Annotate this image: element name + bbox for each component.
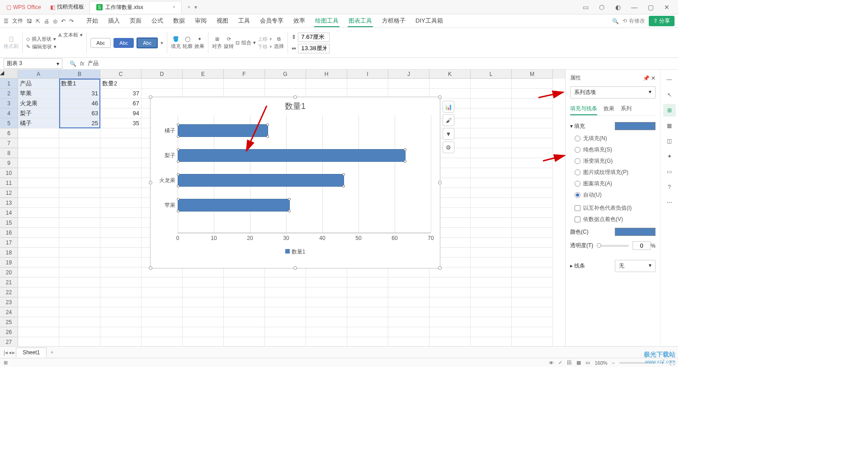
cell-M14[interactable] bbox=[512, 208, 553, 218]
menu-item-0[interactable]: 开始 bbox=[85, 15, 99, 27]
cell-B8[interactable] bbox=[59, 148, 100, 158]
new-tab-button[interactable]: ＋ bbox=[186, 3, 192, 11]
cell-M15[interactable] bbox=[512, 218, 553, 228]
formula-content[interactable]: 产品 bbox=[88, 60, 99, 67]
cell-A17[interactable] bbox=[18, 238, 59, 248]
cell-E27[interactable] bbox=[183, 337, 224, 347]
cell-M26[interactable] bbox=[512, 327, 553, 337]
cell-A18[interactable] bbox=[18, 248, 59, 258]
cell-A14[interactable] bbox=[18, 208, 59, 218]
group-button[interactable]: ⊡组合 ▾ bbox=[236, 39, 256, 46]
cell-A7[interactable] bbox=[18, 138, 59, 148]
cell-A1[interactable]: 产品 bbox=[18, 79, 59, 89]
cell-A16[interactable] bbox=[18, 228, 59, 238]
cell-J20[interactable] bbox=[388, 268, 429, 277]
chart-object[interactable]: 数量1 010203040506070 橘子梨子火龙果苹果 数量1 📊 🖌 ▼ … bbox=[150, 97, 440, 268]
menu-item-4[interactable]: 数据 bbox=[172, 15, 186, 27]
maximize-button[interactable]: ▢ bbox=[645, 1, 656, 13]
bar-1[interactable] bbox=[178, 149, 406, 162]
cell-C4[interactable]: 94 bbox=[100, 108, 142, 118]
panel-tab-2[interactable]: 系列 bbox=[621, 103, 632, 115]
cell-M11[interactable] bbox=[512, 178, 553, 188]
cell-E22[interactable] bbox=[183, 287, 224, 297]
fx-label[interactable]: fx bbox=[80, 61, 84, 67]
row-header-3[interactable]: 3 bbox=[0, 99, 18, 108]
menu-item-10[interactable]: 绘图工具 bbox=[314, 15, 340, 27]
cell-H20[interactable] bbox=[306, 268, 347, 277]
cell-D23[interactable] bbox=[142, 297, 183, 307]
row-header-11[interactable]: 11 bbox=[0, 178, 18, 188]
cell-H21[interactable] bbox=[306, 277, 347, 287]
cell-B11[interactable] bbox=[59, 178, 100, 188]
bar-3[interactable] bbox=[178, 199, 290, 212]
cell-B3[interactable]: 46 bbox=[59, 99, 100, 108]
cell-L26[interactable] bbox=[471, 327, 512, 337]
cell-H24[interactable] bbox=[306, 307, 347, 317]
cell-B12[interactable] bbox=[59, 188, 100, 198]
row-header-13[interactable]: 13 bbox=[0, 198, 18, 208]
rail-more[interactable]: ⋯ bbox=[663, 196, 676, 209]
cell-H26[interactable] bbox=[306, 327, 347, 337]
row-header-16[interactable]: 16 bbox=[0, 228, 18, 238]
cell-K24[interactable] bbox=[429, 307, 471, 317]
cell-G22[interactable] bbox=[265, 287, 306, 297]
share-button[interactable]: ⇧ 分享 bbox=[649, 16, 675, 26]
print-icon[interactable]: 🖨 bbox=[44, 18, 49, 24]
cell-L22[interactable] bbox=[471, 287, 512, 297]
cell-F23[interactable] bbox=[224, 297, 265, 307]
menu-item-9[interactable]: 效率 bbox=[292, 15, 306, 27]
cell-C17[interactable] bbox=[100, 238, 142, 248]
cell-K26[interactable] bbox=[429, 327, 471, 337]
shape-style-3[interactable]: Abc bbox=[137, 38, 158, 48]
select-all-corner[interactable]: ◢ bbox=[0, 70, 18, 79]
cell-C19[interactable] bbox=[100, 258, 142, 268]
cell-I1[interactable] bbox=[347, 79, 388, 89]
save-icon[interactable]: 🖫 bbox=[27, 18, 32, 24]
line-section-header[interactable]: 线条 bbox=[574, 263, 585, 269]
cell-B23[interactable] bbox=[59, 297, 100, 307]
cell-A6[interactable] bbox=[18, 128, 59, 138]
cell-L14[interactable] bbox=[471, 208, 512, 218]
cell-I22[interactable] bbox=[347, 287, 388, 297]
cell-C23[interactable] bbox=[100, 297, 142, 307]
sheet-nav-next[interactable]: ▸ bbox=[12, 349, 15, 356]
row-header-23[interactable]: 23 bbox=[0, 297, 18, 307]
col-header-B[interactable]: B bbox=[59, 70, 100, 79]
cell-K21[interactable] bbox=[429, 277, 471, 287]
cell-D21[interactable] bbox=[142, 277, 183, 287]
cell-C22[interactable] bbox=[100, 287, 142, 297]
app-tab-wps[interactable]: ▢ WPS Office bbox=[2, 2, 46, 12]
row-header-14[interactable]: 14 bbox=[0, 208, 18, 218]
row-header-20[interactable]: 20 bbox=[0, 268, 18, 277]
bar-0[interactable] bbox=[178, 124, 268, 137]
color-picker[interactable] bbox=[615, 228, 656, 236]
cell-M25[interactable] bbox=[512, 317, 553, 327]
menu-item-2[interactable]: 页面 bbox=[129, 15, 142, 27]
cell-C26[interactable] bbox=[100, 327, 142, 337]
cell-D27[interactable] bbox=[142, 337, 183, 347]
cell-H23[interactable] bbox=[306, 297, 347, 307]
bar-label-0[interactable]: 橘子 bbox=[155, 127, 175, 135]
cell-A25[interactable] bbox=[18, 317, 59, 327]
cell-B9[interactable] bbox=[59, 158, 100, 168]
shape-style-1[interactable]: Abc bbox=[90, 38, 111, 48]
cell-L7[interactable] bbox=[471, 138, 512, 148]
bar-label-2[interactable]: 火龙果 bbox=[155, 177, 175, 184]
cell-L20[interactable] bbox=[471, 268, 512, 277]
fill-option-3[interactable]: 图片或纹理填充(P) bbox=[570, 167, 656, 178]
cell-A23[interactable] bbox=[18, 297, 59, 307]
cell-L12[interactable] bbox=[471, 188, 512, 198]
cell-H27[interactable] bbox=[306, 337, 347, 347]
cell-B10[interactable] bbox=[59, 168, 100, 178]
cell-M13[interactable] bbox=[512, 198, 553, 208]
cell-C3[interactable]: 67 bbox=[100, 99, 142, 108]
search-icon[interactable]: 🔍 bbox=[612, 18, 619, 24]
cell-B4[interactable]: 63 bbox=[59, 108, 100, 118]
cell-C18[interactable] bbox=[100, 248, 142, 258]
cell-M19[interactable] bbox=[512, 258, 553, 268]
cell-M3[interactable] bbox=[512, 99, 553, 108]
shape-style-2[interactable]: Abc bbox=[113, 38, 134, 48]
cell-D26[interactable] bbox=[142, 327, 183, 337]
chart-title[interactable]: 数量1 bbox=[151, 97, 440, 115]
cell-C25[interactable] bbox=[100, 317, 142, 327]
